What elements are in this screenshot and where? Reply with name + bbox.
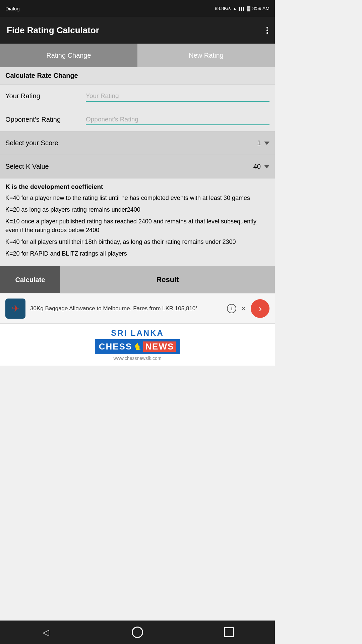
- tab-rating-change-label: Rating Change: [46, 52, 91, 59]
- score-value: 1: [257, 139, 261, 147]
- section-title: Calculate Rate Change: [5, 72, 78, 79]
- k-value-selector-row[interactable]: Select K Value 40: [0, 155, 275, 178]
- ad-text: 30Kg Baggage Allowance to Melbourne. Far…: [30, 305, 222, 313]
- srilankan-bird-icon: ✈: [12, 303, 19, 314]
- section-header: Calculate Rate Change: [0, 67, 275, 85]
- k-value: 40: [253, 163, 261, 170]
- speed-indicator: 88.8K/s: [215, 6, 231, 11]
- your-rating-row: Your Rating: [0, 85, 275, 108]
- battery-icon: [247, 6, 250, 11]
- k-value-selector-value-container: 40: [253, 163, 269, 170]
- chess-news-content: SRI LANKA CHESS ♞ NEWS www.chessnewslk.c…: [95, 328, 180, 361]
- app-label: Dialog: [5, 6, 20, 11]
- navigation-bar: [0, 621, 275, 644]
- info-item-5: K=20 for RAPID and BLITZ ratings all pla…: [5, 250, 269, 258]
- chess-news-banner: SRI LANKA CHESS ♞ NEWS www.chessnewslk.c…: [0, 323, 275, 366]
- score-selector-row[interactable]: Select your Score 1: [0, 131, 275, 155]
- app-bar: Fide Rating Calculator: [0, 17, 275, 44]
- info-item-2: K=20 as long as players rating remains u…: [5, 206, 269, 214]
- recents-icon: [224, 627, 234, 637]
- chess-king-icon: ♞: [133, 341, 142, 352]
- recents-button[interactable]: [219, 622, 239, 642]
- tab-new-rating-label: New Rating: [189, 52, 223, 59]
- app-title: Fide Rating Calculator: [7, 25, 99, 36]
- nav-spacer: [0, 366, 275, 389]
- ad-arrow-button[interactable]: [251, 299, 269, 318]
- opponent-rating-input[interactable]: [86, 114, 269, 125]
- k-dropdown-arrow: [264, 165, 269, 168]
- more-options-button[interactable]: [266, 27, 268, 34]
- opponent-rating-row: Opponent's Rating: [0, 108, 275, 131]
- ad-close-icon[interactable]: ✕: [241, 305, 246, 312]
- home-button[interactable]: [127, 622, 147, 642]
- more-dot-3: [266, 32, 268, 34]
- info-title: K is the development coefficient: [5, 183, 269, 191]
- info-section: K is the development coefficient K=40 fo…: [0, 178, 275, 266]
- tab-bar: Rating Change New Rating: [0, 44, 275, 67]
- time-display: 8:59 AM: [252, 6, 269, 11]
- result-label: Result: [60, 275, 275, 284]
- status-bar: Dialog 88.8K/s 8:59 AM: [0, 0, 275, 17]
- ad-banner: ✈ 30Kg Baggage Allowance to Melbourne. F…: [0, 293, 275, 323]
- srilankan-logo: ✈: [5, 299, 25, 319]
- k-value-selector-label: Select K Value: [5, 163, 49, 170]
- chess-news-box: CHESS ♞ NEWS: [95, 339, 180, 354]
- ad-info-icon[interactable]: ℹ: [227, 304, 236, 313]
- home-icon: [132, 627, 143, 638]
- score-selector-label: Select your Score: [5, 139, 58, 147]
- opponent-rating-label: Opponent's Rating: [5, 116, 86, 123]
- your-rating-label: Your Rating: [5, 92, 86, 100]
- chess-text: CHESS: [99, 341, 132, 352]
- score-dropdown-arrow: [264, 142, 269, 145]
- news-text: NEWS: [143, 341, 176, 352]
- chess-news-url: www.chessnewslk.com: [95, 356, 180, 361]
- your-rating-input[interactable]: [86, 91, 269, 102]
- score-selector-value-container: 1: [257, 139, 269, 147]
- status-right: 88.8K/s 8:59 AM: [215, 6, 269, 11]
- more-dot-2: [266, 30, 268, 31]
- chess-news-title: SRI LANKA: [95, 328, 180, 338]
- more-dot-1: [266, 27, 268, 29]
- info-item-3: K=10 once a player published rating has …: [5, 217, 269, 234]
- back-button[interactable]: [36, 622, 56, 642]
- signal-icon: [239, 6, 245, 11]
- action-bar: Calculate Result: [0, 266, 275, 293]
- wifi-icon: [233, 6, 237, 11]
- calculate-button[interactable]: Calculate: [0, 266, 60, 293]
- info-item-4: K=40 for all players until their 18th bi…: [5, 238, 269, 246]
- info-item-1: K=40 for a player new to the rating list…: [5, 194, 269, 202]
- tab-rating-change[interactable]: Rating Change: [0, 44, 137, 67]
- tab-new-rating[interactable]: New Rating: [137, 44, 275, 67]
- content-area: Calculate Rate Change Your Rating Oppone…: [0, 67, 275, 366]
